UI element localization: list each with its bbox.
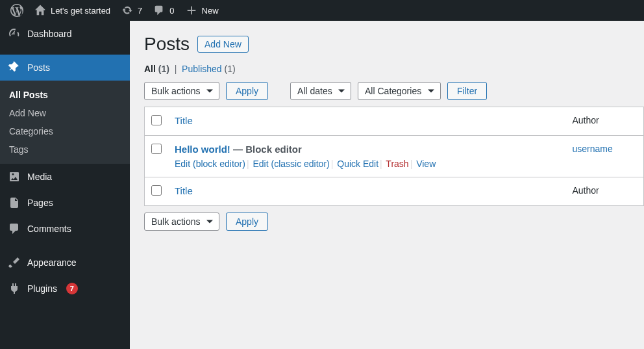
action-quick-edit[interactable]: Quick Edit — [337, 159, 378, 169]
new-label: New — [202, 6, 219, 16]
site-name-link[interactable]: Let's get started — [29, 4, 116, 17]
action-edit-classic[interactable]: Edit (classic editor) — [253, 159, 329, 169]
column-title-header[interactable]: Title — [175, 115, 193, 126]
dashboard-icon — [8, 27, 21, 40]
menu-dashboard-label: Dashboard — [27, 29, 72, 39]
menu-media-label: Media — [27, 172, 52, 182]
posts-table: Title Author Hello world! — Block editor… — [144, 107, 644, 206]
submenu-tags[interactable]: Tags — [0, 140, 130, 159]
main-content: Posts Add New All (1) | Published (1) Bu… — [130, 21, 644, 349]
separator — [0, 47, 130, 55]
plus-icon — [185, 4, 198, 17]
new-content-link[interactable]: New — [180, 4, 224, 17]
row-actions: Edit (block editor)| Edit (classic edito… — [175, 159, 560, 169]
select-all-header — [145, 107, 169, 136]
menu-pages-label: Pages — [27, 198, 53, 208]
filter-button[interactable]: Filter — [447, 82, 487, 100]
select-all-checkbox-top[interactable] — [151, 115, 162, 125]
menu-plugins-label: Plugins — [27, 283, 57, 294]
bulk-actions-select-bottom[interactable]: Bulk actions — [144, 213, 219, 231]
admin-toolbar: Let's get started 7 0 New — [0, 0, 644, 21]
update-icon — [121, 4, 134, 17]
post-title-link[interactable]: Hello world! — [175, 144, 230, 155]
submenu-categories[interactable]: Categories — [0, 122, 130, 140]
action-view[interactable]: View — [416, 159, 436, 169]
add-new-button[interactable]: Add New — [197, 36, 249, 53]
submenu-all-posts[interactable]: All Posts — [0, 86, 130, 104]
updates-link[interactable]: 7 — [116, 4, 147, 17]
menu-dashboard[interactable]: Dashboard — [0, 21, 130, 47]
comments-icon — [8, 222, 21, 235]
categories-filter-select[interactable]: All Categories — [358, 82, 441, 100]
dates-filter-select[interactable]: All dates — [290, 82, 351, 100]
plug-icon — [8, 282, 21, 295]
tablenav-bottom: Bulk actions Apply — [144, 213, 644, 231]
status-filters: All (1) | Published (1) — [144, 64, 644, 74]
select-all-checkbox-bottom[interactable] — [151, 185, 162, 196]
filter-published[interactable]: Published (1) — [182, 64, 236, 74]
comment-icon — [153, 4, 166, 17]
brush-icon — [8, 256, 21, 269]
row-checkbox[interactable] — [151, 144, 162, 154]
action-edit-block[interactable]: Edit (block editor) — [175, 159, 245, 169]
menu-appearance-label: Appearance — [27, 257, 77, 268]
submenu-posts: All Posts Add New Categories Tags — [0, 81, 130, 164]
site-name-label: Let's get started — [51, 6, 110, 16]
menu-appearance[interactable]: Appearance — [0, 250, 130, 276]
tablenav-top: Bulk actions Apply All dates All Categor… — [144, 82, 644, 100]
apply-button-bottom[interactable]: Apply — [226, 213, 268, 231]
submenu-add-new[interactable]: Add New — [0, 104, 130, 122]
plugins-update-badge: 7 — [66, 283, 78, 294]
filter-all[interactable]: All (1) — [144, 64, 169, 74]
menu-comments[interactable]: Comments — [0, 216, 130, 242]
wp-logo[interactable] — [5, 4, 29, 17]
comments-count: 0 — [169, 6, 174, 16]
pages-icon — [8, 196, 21, 209]
apply-button-top[interactable]: Apply — [226, 82, 268, 100]
separator — [0, 242, 130, 250]
column-title-footer[interactable]: Title — [175, 185, 193, 196]
menu-plugins[interactable]: Plugins 7 — [0, 276, 130, 302]
media-icon — [8, 170, 21, 183]
menu-media[interactable]: Media — [0, 164, 130, 190]
pin-icon — [8, 61, 21, 74]
author-link[interactable]: username — [573, 144, 613, 154]
post-state: — Block editor — [230, 144, 302, 155]
menu-comments-label: Comments — [27, 224, 71, 234]
comments-link[interactable]: 0 — [147, 4, 179, 17]
menu-posts[interactable]: Posts — [0, 55, 130, 81]
bulk-actions-select-top[interactable]: Bulk actions — [144, 82, 219, 100]
menu-pages[interactable]: Pages — [0, 190, 130, 216]
menu-posts-label: Posts — [27, 62, 50, 73]
table-row: Hello world! — Block editor Edit (block … — [145, 136, 644, 177]
home-icon — [34, 4, 47, 17]
page-title: Posts — [144, 34, 190, 55]
column-author-footer: Author — [573, 185, 599, 196]
action-trash[interactable]: Trash — [386, 159, 408, 169]
wordpress-logo-icon — [10, 4, 23, 17]
updates-count: 7 — [138, 6, 142, 16]
column-author-header: Author — [573, 115, 599, 125]
admin-sidebar: Dashboard Posts All Posts Add New Catego… — [0, 21, 130, 349]
